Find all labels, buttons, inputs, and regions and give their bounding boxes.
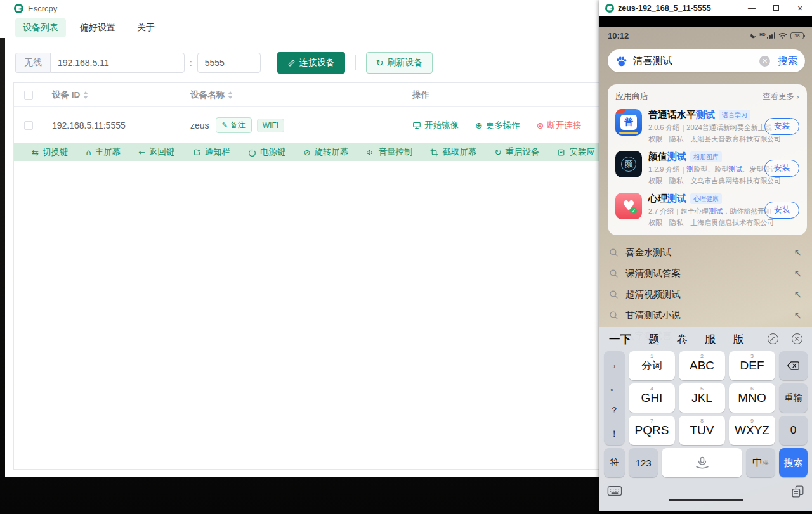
key-8-tuv[interactable]: 8TUV [679,416,725,445]
exclamation-key[interactable]: ！ [610,429,619,438]
numpad-key[interactable]: 123 [629,448,658,477]
key-4-ghi[interactable]: 4GHI [629,383,675,413]
more-actions-button[interactable]: ⊕ 更多操作 [475,120,520,131]
disconnect-button[interactable]: ⊗ 断开连接 [537,120,582,131]
punctuation-column: ， 。 ？ ！ [604,351,625,445]
row-checkbox[interactable] [24,121,33,130]
key-9-wxyz[interactable]: 9WXYZ [729,416,775,445]
home-indicator[interactable] [669,499,743,502]
install-app-button[interactable]: 安装应 [548,146,599,158]
comma-key[interactable]: ， [610,359,619,368]
header-device-id[interactable]: 设备 ID [52,89,80,101]
key-5-jkl[interactable]: 5JKL [679,383,725,413]
candidate-word[interactable]: 版 [733,331,745,347]
crop-icon [430,148,438,157]
connect-device-button[interactable]: 连接设备 [277,52,345,74]
screenshot-button[interactable]: 截取屏幕 [421,146,485,158]
suggestion-item[interactable]: 甘清测试小说 ↖ [608,305,806,326]
candidate-word[interactable]: 服 [705,331,716,347]
key-6-mno[interactable]: 6MNO [729,383,775,413]
question-key[interactable]: ？ [610,406,619,414]
collapse-candidates-icon[interactable] [792,333,802,344]
insert-suggestion-icon[interactable]: ↖ [794,310,802,321]
privacy-link[interactable]: 隐私 [669,177,683,184]
privacy-link[interactable]: 隐私 [669,219,683,226]
start-mirror-button[interactable]: 开始镜像 [412,120,459,131]
ime-search-key[interactable]: 搜索 [779,448,808,477]
insert-suggestion-icon[interactable]: ↖ [794,247,802,259]
permissions-link[interactable]: 权限 [648,135,662,143]
app-category-badge: 相册图库 [690,151,722,162]
keyboard-switch-icon[interactable] [607,485,622,497]
app-name[interactable]: 颜值测试 [648,151,686,163]
tab-preferences[interactable]: 偏好设置 [72,18,123,37]
key-7-pqrs[interactable]: 7PQRS [629,416,675,445]
key-1-fenci[interactable]: 1分词 [629,351,675,380]
suggestion-item[interactable]: 超清视频测试 ↖ [608,284,806,305]
switch-key-button[interactable]: ⇆ 切换键 [14,146,77,158]
select-all-checkbox[interactable] [24,91,33,100]
power-button[interactable]: 电源键 [239,146,295,158]
wireless-mode-label: 无线 [15,53,50,73]
search-icon [609,290,619,299]
privacy-link[interactable]: 隐私 [669,135,683,143]
retype-key[interactable]: 重输 [779,383,808,413]
key-2-abc[interactable]: 2ABC [679,351,725,380]
sort-caret-icon[interactable] [83,91,88,99]
notification-icon [193,148,201,157]
port-input[interactable] [197,53,261,73]
search-submit-button[interactable]: 搜索 [778,55,797,68]
period-key[interactable]: 。 [610,382,619,391]
install-button[interactable]: 安装 [764,160,799,177]
store-app-row: 颜 颜值测试 相册图库 1.2.9 介绍｜测脸型、脸型测试、发型设计... 权限… [615,151,799,186]
clipboard-copy-icon[interactable] [791,485,804,498]
app-category-badge: 语言学习 [719,110,750,120]
note-button[interactable]: ✎ 备注 [216,117,252,133]
volume-control-button[interactable]: 音量控制 [357,146,421,158]
refresh-devices-button[interactable]: ↻ 刷新设备 [366,52,433,74]
mic-icon [694,456,710,469]
app-name[interactable]: 心理测试 [648,193,686,205]
minimize-button[interactable]: — [740,0,764,16]
backspace-key[interactable] [779,351,808,380]
maximize-button[interactable] [764,0,788,16]
rotate-screen-button[interactable]: ⊘ 旋转屏幕 [295,146,358,158]
key-0[interactable]: 0 [779,416,808,445]
app-icon-putonghua: 普 [615,109,642,136]
tab-device-list[interactable]: 设备列表 [15,18,66,37]
back-button[interactable]: ← 返回键 [129,146,183,158]
connect-bar: 无线 : 连接设备 ↻ 刷新设备 [15,52,599,74]
permissions-link[interactable]: 权限 [648,177,662,184]
header-device-name[interactable]: 设备名称 [190,89,225,101]
link-icon[interactable] [768,333,778,344]
candidate-word[interactable]: 一下 [609,331,631,347]
install-button[interactable]: 安装 [764,202,799,219]
restart-device-button[interactable]: ↻ 重启设备 [485,146,548,158]
install-button[interactable]: 安装 [764,118,799,135]
insert-suggestion-icon[interactable]: ↖ [794,289,802,300]
close-button[interactable]: × [788,0,812,16]
clear-search-icon[interactable]: ✕ [759,56,770,67]
ip-input[interactable] [50,53,185,73]
language-toggle-key[interactable]: 中/英 [746,448,775,477]
permissions-link[interactable]: 权限 [648,219,662,226]
insert-suggestion-icon[interactable]: ↖ [794,268,802,279]
sort-caret-icon[interactable] [228,91,233,99]
see-more-link[interactable]: 查看更多 › [763,91,799,102]
search-bar[interactable]: 清喜测试 ✕ 搜索 [608,49,805,72]
phone-window-title: zeus-192_168_5_11-5555 [618,4,711,13]
key-3-def[interactable]: 3DEF [729,351,775,380]
home-button[interactable]: ⌂ 主屏幕 [77,146,129,158]
symbols-key[interactable]: 符 [604,448,625,477]
baidu-paw-icon [615,56,627,67]
app-meta: 权限 隐私 上海启贯信息技术有限公司 [648,219,779,226]
tab-about[interactable]: 关于 [129,18,162,37]
space-key[interactable] [662,448,742,477]
suggestion-item[interactable]: 喜金水测试 ↖ [608,242,806,263]
candidate-word[interactable]: 题 [648,331,660,347]
search-input[interactable]: 清喜测试 [633,55,759,68]
app-name[interactable]: 普通话水平测试 [648,109,715,121]
candidate-word[interactable]: 卷 [677,331,688,347]
suggestion-item[interactable]: 课清测试答案 ↖ [608,263,806,284]
notification-panel-button[interactable]: 通知栏 [184,146,240,158]
